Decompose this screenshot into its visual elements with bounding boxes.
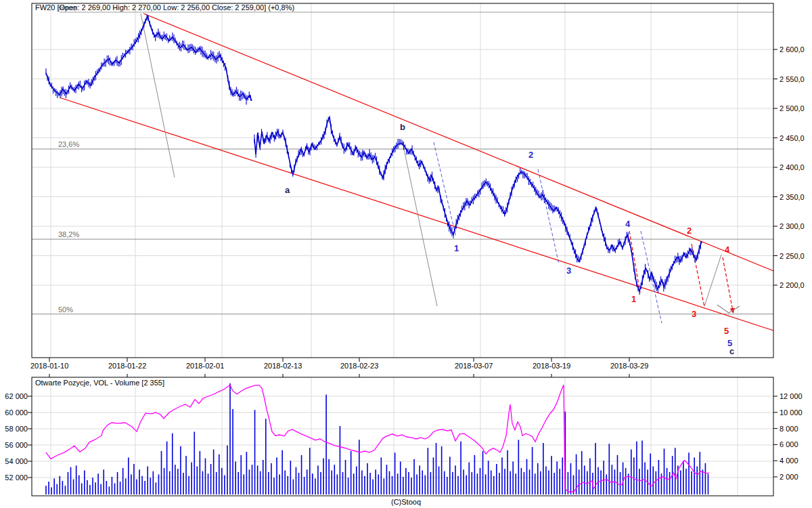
volume-bar	[532, 447, 533, 494]
volume-bar	[356, 467, 357, 495]
volume-bar	[293, 480, 294, 494]
volume-bar	[529, 469, 531, 494]
volume-bar	[570, 463, 572, 494]
volume-bar	[551, 456, 552, 494]
volume-bar	[394, 452, 396, 494]
volume-bar	[301, 455, 302, 494]
volume-bar	[696, 467, 698, 495]
volume-bar	[65, 486, 66, 494]
volume-bar	[156, 482, 157, 494]
volume-bar	[381, 457, 382, 494]
volume-bar	[656, 471, 657, 494]
blue-dashed-trend-line	[538, 169, 559, 264]
volume-bar	[158, 474, 160, 494]
volume-bar	[392, 476, 393, 494]
volume-bar	[227, 446, 228, 494]
volume-bar	[334, 465, 336, 494]
volume-bar	[221, 468, 223, 494]
stooq-chart-screen: stooq FW20 [Open: 2 269,00 High: 2 270,0…	[0, 0, 812, 508]
volume-bar	[403, 477, 404, 494]
volume-bar	[87, 480, 88, 494]
volume-bar	[287, 476, 288, 494]
volume-bar	[364, 476, 365, 494]
volume-bar	[664, 448, 665, 494]
volume-bar	[584, 465, 585, 494]
volume-bar	[175, 465, 176, 494]
volume-bar	[526, 459, 528, 494]
price-chart-title: FW20 [Open: 2 269,00 High: 2 270,00 Low:…	[35, 3, 294, 12]
volume-bar	[268, 472, 269, 494]
volume-bar	[177, 469, 179, 494]
volume-bar	[45, 486, 47, 494]
volume-bar	[694, 457, 695, 494]
volume-bar	[271, 463, 272, 494]
volume-bar	[153, 471, 154, 494]
volume-bar	[691, 471, 692, 494]
volume-bar	[556, 461, 558, 494]
volume-bar	[633, 457, 635, 494]
volume-bar	[378, 474, 379, 494]
volume-bar	[367, 463, 368, 494]
volume-bar	[480, 468, 481, 494]
volume-bar	[515, 473, 516, 494]
volume-bar	[408, 472, 409, 494]
volume-bar	[95, 482, 96, 494]
volume-bar	[581, 451, 583, 494]
volume-bar	[92, 478, 93, 494]
volume-bar	[685, 469, 687, 494]
volume-bar	[361, 471, 363, 495]
volume-bar	[240, 455, 242, 494]
volume-bar	[359, 440, 360, 494]
volume-bar	[188, 476, 189, 494]
volume-bar	[328, 459, 330, 494]
volume-bar	[194, 431, 195, 494]
volume-bar	[589, 459, 591, 494]
volume-bar	[202, 471, 204, 494]
volume-bar	[307, 469, 308, 494]
volume-bar	[641, 441, 643, 495]
volume-bar	[136, 480, 137, 494]
volume-bar	[386, 465, 388, 494]
volume-bar	[524, 472, 525, 494]
volume-bar	[708, 474, 709, 494]
volume-bar	[554, 473, 555, 494]
volume-bar	[317, 465, 319, 494]
volume-bar	[48, 482, 49, 494]
volume-bar	[455, 465, 456, 494]
gray-trend-line	[704, 255, 721, 306]
volume-bar	[183, 473, 184, 494]
volume-bar	[559, 469, 560, 494]
volume-bar	[460, 442, 461, 494]
volume-bar	[507, 450, 508, 494]
price-panel-border	[32, 3, 773, 358]
chart-canvas	[0, 0, 812, 508]
red-channel-line	[60, 98, 773, 331]
volume-bar	[235, 461, 236, 494]
volume-bar	[254, 410, 256, 494]
volume-bar	[419, 465, 420, 494]
gray-arrowhead-chevron	[717, 305, 740, 313]
volume-chart-title: Otwarte Pozycje, VOL - Volume [2 355]	[35, 379, 166, 387]
volume-bar	[477, 473, 478, 494]
volume-bar	[405, 468, 407, 494]
volume-bar	[76, 465, 77, 494]
volume-bar	[273, 478, 275, 494]
volume-bar	[276, 457, 277, 494]
volume-bar	[441, 446, 443, 494]
volume-bar	[112, 477, 113, 494]
volume-bar	[535, 473, 536, 494]
volume-bar	[246, 452, 248, 494]
volume-bar	[323, 459, 324, 494]
volume-bar	[652, 467, 654, 495]
volume-bar	[141, 476, 143, 494]
volume-bar	[252, 465, 253, 494]
volume-bar	[400, 461, 401, 494]
volume-bar	[185, 456, 187, 494]
volume-bar	[122, 468, 124, 494]
volume-bar	[191, 463, 192, 494]
volume-bar	[579, 469, 580, 494]
volume-bar	[144, 481, 145, 494]
volume-bar	[463, 469, 464, 494]
volume-bar	[68, 472, 69, 494]
volume-bar	[106, 481, 108, 494]
